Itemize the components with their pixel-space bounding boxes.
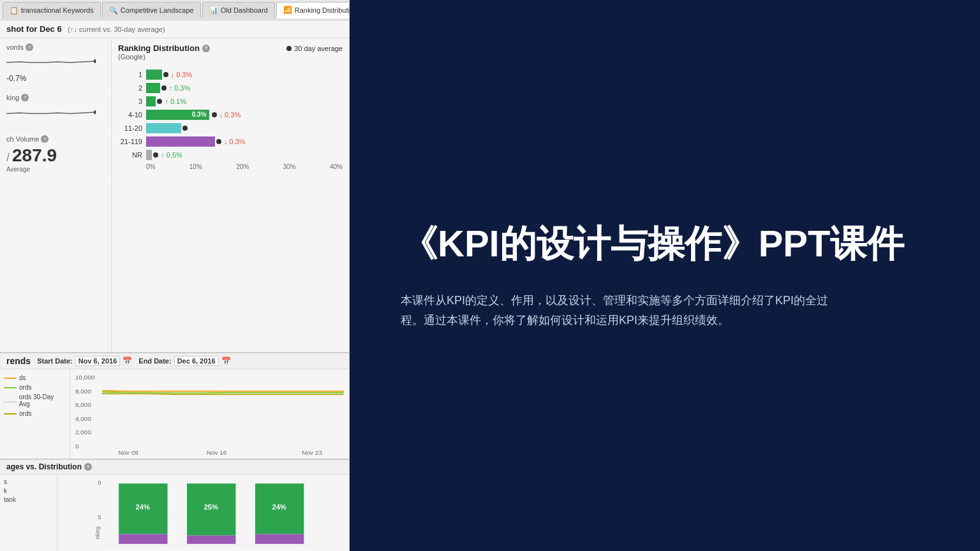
keywords-label: vords ? <box>6 43 105 51</box>
left-metrics: vords ? -0.7% king ? <box>0 38 112 352</box>
pages-legend: s k tank <box>0 474 57 551</box>
rank-x-axis: 0% 10% 20% 30% 40% <box>146 163 343 170</box>
legend-dot <box>286 46 292 51</box>
tab-icon-ranking: 📶 <box>283 6 292 14</box>
tab-icon-transactional: 📋 <box>10 6 19 15</box>
ranking-help-icon[interactable]: ? <box>21 94 29 101</box>
rank-row-21-119: 21-119 ↓ 0.3% <box>118 136 343 147</box>
rank-change-2: ↑ 0.3% <box>169 84 191 92</box>
rank-change-21-119: ↓ 0.3% <box>224 138 246 145</box>
svg-text:5: 5 <box>98 514 101 520</box>
svg-point-0 <box>94 59 96 63</box>
tab-transactional-keywords[interactable]: 📋 transactional Keywords <box>3 2 101 18</box>
legend-item-ords2: ords <box>4 410 66 417</box>
search-volume-avg-label: Average <box>6 166 105 173</box>
tab-ranking-distribution[interactable]: 📶 Ranking Distribution <box>276 2 350 18</box>
end-date-input[interactable]: End Date: Dec 6, 2016 📅 <box>138 356 230 366</box>
trends-line-chart: 10,000 8,000 6,000 4,000 2,000 0 <box>70 369 349 459</box>
keywords-help-icon[interactable]: ? <box>26 43 33 51</box>
rank-change-nr: ↑ 0.5% <box>161 151 182 159</box>
rank-row-1: 1 ↓ 0.3% <box>118 70 343 80</box>
rank-bar-2 <box>146 83 160 93</box>
ranking-label: king ? <box>6 94 105 101</box>
snapshot-header: shot for Dec 6 (↑↓ current vs. 30-day av… <box>0 20 349 38</box>
legend-line-ords-avg <box>4 402 17 402</box>
rank-avg-dot-3 <box>157 99 162 104</box>
rank-avg-dot-nr <box>153 152 158 158</box>
ranking-dist-title: Ranking Distribution ? <box>118 43 210 53</box>
calendar-icon-end[interactable]: 📅 <box>221 356 231 365</box>
start-date-value[interactable]: Nov 6, 2016 <box>75 356 121 366</box>
pages-help-icon[interactable]: ? <box>84 463 92 471</box>
rank-row-3: 3 ↑ 0.1% <box>118 96 343 107</box>
trends-section: rends Start Date: Nov 6, 2016 📅 End Date… <box>0 352 349 459</box>
right-panel: 《KPI的设计与操作》PPT课件 本课件从KPI的定义、作用，以及设计、管理和实… <box>350 0 980 551</box>
rank-avg-dot-2 <box>161 85 167 91</box>
trends-title: rends <box>6 356 31 366</box>
pages-header: ages vs. Distribution ? <box>0 460 349 474</box>
svg-rect-26 <box>187 536 235 544</box>
rank-avg-dot-4-10 <box>212 112 217 117</box>
rank-avg-dot-11-20 <box>182 126 188 131</box>
tab-icon-competitive: 🔍 <box>109 6 118 15</box>
rank-avg-dot-21-119 <box>216 139 221 144</box>
pages-legend-k: k <box>4 487 53 494</box>
svg-text:2,000: 2,000 <box>75 429 91 436</box>
pages-chart-area: s k tank 0 5 24% <box>0 474 349 551</box>
legend-item-ords-avg: ords 30-Day Avg <box>4 393 66 408</box>
trends-header: rends Start Date: Nov 6, 2016 📅 End Date… <box>0 353 349 369</box>
search-volume-value: 287.9 <box>12 145 57 166</box>
search-volume-metric: ch Volume ? / 287.9 Average <box>6 135 105 179</box>
ranking-sparkline <box>6 104 105 122</box>
svg-text:24%: 24% <box>272 503 286 511</box>
right-panel-title: 《KPI的设计与操作》PPT课件 <box>401 221 905 266</box>
rank-bar-21-119 <box>146 136 215 147</box>
rank-bar-nr <box>146 150 152 160</box>
rank-avg-dot-1 <box>163 72 168 77</box>
start-date-input[interactable]: Start Date: Nov 6, 2016 📅 <box>37 356 132 366</box>
tab-icon-old-dashboard: 📊 <box>209 6 218 15</box>
rank-row-4-10: 4-10 0.3% ↓ 0.3% <box>118 110 343 120</box>
rank-row-11-20: 11-20 <box>118 123 343 133</box>
rank-change-3: ↑ 0.1% <box>165 98 186 105</box>
svg-text:24%: 24% <box>136 503 150 511</box>
end-date-value[interactable]: Dec 6, 2016 <box>174 356 219 366</box>
keywords-change-value: -0.7% <box>6 74 105 83</box>
ranking-dist-subtitle: (Google) <box>118 53 210 61</box>
svg-text:6,000: 6,000 <box>75 402 91 408</box>
rank-bar-3 <box>146 96 156 107</box>
rank-change-4-10: ↓ 0.3% <box>219 111 241 119</box>
ranking-metric: king ? <box>6 94 105 130</box>
search-volume-help-icon[interactable]: ? <box>41 135 48 143</box>
keywords-metric: vords ? -0.7% <box>6 43 105 89</box>
svg-text:0: 0 <box>98 480 101 486</box>
keywords-sparkline <box>6 54 105 71</box>
tab-competitive-landscape[interactable]: 🔍 Competitive Landscape <box>102 2 201 18</box>
svg-text:nking: nking <box>95 527 101 539</box>
right-panel-description: 本课件从KPI的定义、作用，以及设计、管理和实施等多个方面详细介绍了KPI的全过… <box>401 291 835 330</box>
ranking-dist-help-icon[interactable]: ? <box>202 45 210 52</box>
legend-item-ds: ds <box>4 374 66 381</box>
pages-legend-s: s <box>4 478 53 485</box>
chart-legend: 30 day average <box>286 45 343 52</box>
left-panel: 📋 transactional Keywords 🔍 Competitive L… <box>0 0 350 551</box>
rank-bar-4-10: 0.3% <box>146 110 209 120</box>
pages-section: ages vs. Distribution ? s k tank 0 5 <box>0 459 349 551</box>
search-volume-label: ch Volume ? <box>6 135 105 143</box>
legend-item-ords: ords <box>4 384 66 391</box>
main-content: vords ? -0.7% king ? <box>0 38 349 352</box>
rank-change-1: ↓ 0.3% <box>171 71 193 78</box>
tab-old-dashboard[interactable]: 📊 Old Dashboard <box>202 2 275 18</box>
svg-text:Nov 23: Nov 23 <box>302 450 322 455</box>
svg-text:8,000: 8,000 <box>75 388 91 394</box>
trends-chart-area: ds ords ords 30-Day Avg ords 1 <box>0 369 349 459</box>
svg-text:Nov 09: Nov 09 <box>118 450 138 455</box>
rank-bar-1 <box>146 70 162 80</box>
legend-line-ords2 <box>4 413 17 415</box>
svg-text:10,000: 10,000 <box>75 374 94 380</box>
calendar-icon-start[interactable]: 📅 <box>122 356 132 365</box>
svg-text:25%: 25% <box>204 503 218 511</box>
svg-point-1 <box>94 110 96 114</box>
tab-bar: 📋 transactional Keywords 🔍 Competitive L… <box>0 0 349 20</box>
svg-text:0: 0 <box>75 443 79 450</box>
